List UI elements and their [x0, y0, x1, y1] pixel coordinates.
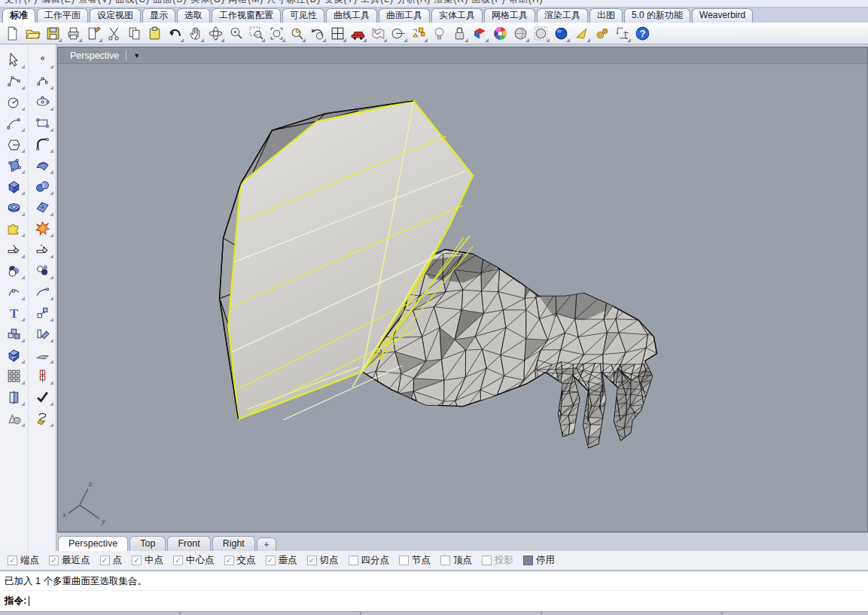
move-scale-icon[interactable]: [30, 302, 55, 323]
undo-icon[interactable]: [166, 24, 184, 43]
rotate-view-icon[interactable]: [206, 24, 225, 43]
cone-flag-icon[interactable]: [572, 24, 591, 43]
cut-icon[interactable]: [105, 24, 123, 43]
checkbox-中心点[interactable]: ✓: [173, 556, 183, 565]
ribbon-tab-渲染工具[interactable]: 渲染工具: [537, 8, 588, 23]
circle-icon[interactable]: [2, 91, 26, 112]
dimension-icon[interactable]: [613, 24, 632, 43]
split-plane-icon[interactable]: [30, 323, 55, 344]
lasso-select-icon[interactable]: [30, 407, 55, 428]
ribbon-tab-5.0 的新功能[interactable]: 5.0 的新功能: [624, 8, 690, 23]
text-icon[interactable]: T: [2, 302, 26, 323]
split-book-icon[interactable]: [2, 386, 26, 407]
ribbon-tab-Weaverbird[interactable]: Weaverbird: [692, 8, 753, 23]
osnap-顶点[interactable]: 顶点: [440, 554, 472, 567]
shaded-sphere-icon[interactable]: [511, 24, 530, 43]
open-file-icon[interactable]: [23, 24, 42, 43]
view-tab-top[interactable]: Top: [129, 536, 166, 551]
framed-sphere-icon[interactable]: [531, 24, 550, 43]
osnap-四分点[interactable]: 四分点: [349, 554, 390, 567]
arc-icon[interactable]: [2, 112, 26, 133]
pan-view-icon[interactable]: [186, 24, 205, 43]
command-input[interactable]: 指令:: [5, 591, 863, 610]
checkbox-切点[interactable]: ✓: [307, 556, 317, 565]
polyline-icon[interactable]: [2, 70, 26, 91]
checkbox-投影[interactable]: [482, 556, 492, 565]
ellipse-icon[interactable]: [30, 91, 55, 112]
zoom-window-icon[interactable]: [247, 24, 266, 43]
extend-curve-icon[interactable]: [30, 281, 55, 302]
group-objects-icon[interactable]: [410, 24, 428, 43]
color-wheel-icon[interactable]: [491, 24, 510, 43]
rendered-sphere-icon[interactable]: [552, 24, 571, 43]
zoom-dynamic-icon[interactable]: [227, 24, 245, 43]
copy-objects-icon[interactable]: [2, 323, 26, 344]
named-view-car-icon[interactable]: [349, 24, 367, 43]
plugin-puzzle-icon[interactable]: [2, 218, 26, 239]
osnap-交点[interactable]: ✓交点: [224, 554, 256, 567]
fillet-curve-icon[interactable]: [30, 133, 55, 154]
trim-icon[interactable]: [2, 239, 26, 260]
polygon-icon[interactable]: [2, 133, 26, 154]
interpolate-curve-icon[interactable]: [30, 70, 55, 91]
ribbon-tab-工作视窗配置[interactable]: 工作视窗配置: [212, 8, 281, 23]
single-point-icon[interactable]: [30, 49, 55, 70]
ribbon-tab-实体工具[interactable]: 实体工具: [431, 8, 483, 23]
checkbox-停用[interactable]: [523, 556, 533, 565]
point-edit-curve-icon[interactable]: [2, 281, 26, 302]
viewport-canvas[interactable]: z x y: [58, 64, 867, 531]
torus-icon[interactable]: [2, 196, 26, 218]
export-annotate-icon[interactable]: [84, 24, 103, 43]
render-flag-icon[interactable]: [471, 24, 489, 43]
surface-lights-icon[interactable]: [30, 344, 55, 365]
osnap-最近点[interactable]: ✓最近点: [49, 554, 90, 567]
lamp-icon[interactable]: [430, 24, 449, 43]
osnap-点[interactable]: ✓点: [100, 554, 123, 567]
check-mark-icon[interactable]: [30, 386, 55, 407]
ribbon-tab-选取[interactable]: 选取: [177, 8, 210, 23]
curved-surface-icon[interactable]: [30, 154, 55, 175]
radius-circle-icon[interactable]: [389, 24, 408, 43]
checkbox-点[interactable]: ✓: [100, 556, 110, 565]
explode-icon[interactable]: [30, 218, 55, 239]
osnap-切点[interactable]: ✓切点: [307, 554, 339, 567]
ribbon-tab-曲线工具[interactable]: 曲线工具: [326, 8, 377, 23]
lock-icon[interactable]: [450, 24, 469, 43]
view-tab-perspective[interactable]: Perspective: [58, 536, 128, 551]
viewport-title-bar[interactable]: Perspective ▼: [58, 47, 867, 64]
save-icon[interactable]: [44, 24, 62, 43]
osnap-投影[interactable]: 投影: [482, 554, 513, 567]
boolean-difference-icon[interactable]: [30, 260, 55, 281]
trim-alt-icon[interactable]: [30, 239, 55, 260]
osnap-中心点[interactable]: ✓中心点: [173, 554, 215, 567]
checkbox-顶点[interactable]: [440, 556, 450, 565]
add-view-tab-plus-icon[interactable]: +: [257, 537, 276, 551]
clipping-section-icon[interactable]: [30, 365, 55, 386]
surface-points-icon[interactable]: [2, 154, 26, 175]
checkbox-节点[interactable]: [399, 556, 409, 565]
ribbon-tab-出图[interactable]: 出图: [589, 8, 623, 23]
cplane-map-icon[interactable]: [369, 24, 388, 43]
checkbox-中点[interactable]: ✓: [132, 556, 142, 565]
osnap-中点[interactable]: ✓中点: [132, 554, 163, 567]
extract-primitive-icon[interactable]: [2, 407, 26, 428]
ribbon-tab-曲面工具[interactable]: 曲面工具: [379, 8, 430, 23]
ribbon-tab-显示[interactable]: 显示: [142, 8, 175, 23]
osnap-垂点[interactable]: ✓垂点: [266, 554, 297, 567]
array-grid-icon[interactable]: [2, 365, 26, 386]
offset-surface-icon[interactable]: [2, 344, 26, 365]
undo-view-icon[interactable]: [308, 24, 327, 43]
checkbox-垂点[interactable]: ✓: [266, 556, 276, 565]
checkbox-交点[interactable]: ✓: [224, 556, 234, 565]
view-tab-right[interactable]: Right: [212, 536, 255, 551]
osnap-端点[interactable]: ✓端点: [8, 554, 39, 567]
ribbon-tab-设定视图[interactable]: 设定视图: [90, 8, 141, 23]
osnap-节点[interactable]: 节点: [399, 554, 431, 567]
options-gears-icon[interactable]: [592, 24, 611, 43]
zoom-selected-icon[interactable]: [288, 24, 306, 43]
sphere-pair-icon[interactable]: [30, 175, 55, 196]
drape-surface-icon[interactable]: [30, 196, 55, 218]
ribbon-tab-网格工具[interactable]: 网格工具: [484, 8, 535, 23]
osnap-停用[interactable]: 停用: [523, 554, 555, 567]
copy-icon[interactable]: [125, 24, 144, 43]
